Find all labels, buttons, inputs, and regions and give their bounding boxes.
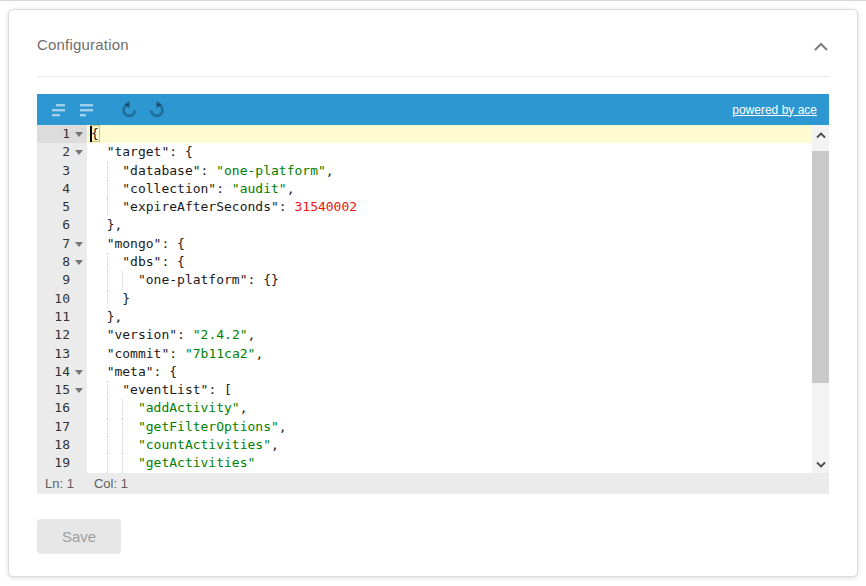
redo-icon[interactable] [143, 98, 171, 122]
line-number[interactable]: 14 [37, 363, 87, 381]
code-token: "audit" [232, 181, 287, 196]
code-line-content[interactable]: { [87, 125, 829, 143]
code-token: "meta" [107, 364, 154, 379]
indent-space [91, 162, 107, 180]
fold-arrow-icon[interactable] [75, 132, 83, 137]
code-line[interactable]: 6}, [37, 216, 829, 234]
code-token: "eventList" [122, 382, 208, 397]
code-line-content[interactable]: }, [87, 216, 829, 234]
indent-guide [107, 162, 123, 180]
code-line[interactable]: 10} [37, 290, 829, 308]
code-line-content[interactable]: "target": { [87, 143, 829, 161]
code-line[interactable]: 18"countActivities", [37, 436, 829, 454]
line-number[interactable]: 6 [37, 216, 87, 234]
json-code-editor[interactable]: 1{2"target": {3"database": "one-platform… [37, 125, 829, 473]
code-line-content[interactable]: "addActivity", [87, 399, 829, 417]
line-number[interactable]: 10 [37, 290, 87, 308]
code-line-content[interactable]: } [87, 290, 829, 308]
line-number[interactable]: 16 [37, 399, 87, 417]
line-number[interactable]: 18 [37, 436, 87, 454]
undo-icon[interactable] [115, 98, 143, 122]
code-line[interactable]: 12"version": "2.4.2", [37, 326, 829, 344]
line-number[interactable]: 5 [37, 198, 87, 216]
code-line[interactable]: 7"mongo": { [37, 235, 829, 253]
editor-scrollbar[interactable] [812, 125, 829, 473]
code-line-content[interactable]: "version": "2.4.2", [87, 326, 829, 344]
code-line[interactable]: 4"collection": "audit", [37, 180, 829, 198]
code-token: }, [107, 309, 123, 324]
code-token: "2.4.2" [193, 327, 248, 342]
code-token: "mongo" [107, 236, 162, 251]
fold-arrow-icon[interactable] [75, 370, 83, 375]
indent-space [91, 454, 107, 472]
code-line[interactable]: 3"database": "one-platform", [37, 162, 829, 180]
line-number[interactable]: 1 [37, 125, 87, 143]
line-number[interactable]: 12 [37, 326, 87, 344]
code-line-content[interactable]: "eventList": [ [87, 381, 829, 399]
code-token: { [91, 126, 99, 141]
code-line[interactable]: 2"target": { [37, 143, 829, 161]
code-line[interactable]: 19"getActivities" [37, 454, 829, 472]
code-line-content[interactable]: "database": "one-platform", [87, 162, 829, 180]
code-line[interactable]: 16"addActivity", [37, 399, 829, 417]
indent-guide [107, 271, 123, 289]
code-line-content[interactable]: "collection": "audit", [87, 180, 829, 198]
code-line-content[interactable]: "getActivities" [87, 454, 829, 472]
fold-arrow-icon[interactable] [75, 242, 83, 247]
line-number[interactable]: 11 [37, 308, 87, 326]
code-line[interactable]: 17"getFilterOptions", [37, 418, 829, 436]
scrollbar-thumb[interactable] [812, 151, 829, 383]
line-number[interactable]: 2 [37, 143, 87, 161]
card-header: Configuration [37, 10, 829, 53]
line-number[interactable]: 3 [37, 162, 87, 180]
compact-json-icon[interactable] [73, 98, 101, 122]
line-number[interactable]: 4 [37, 180, 87, 198]
chevron-up-icon[interactable] [813, 39, 829, 51]
powered-by-ace-link[interactable]: powered by ace [732, 103, 821, 117]
indent-guide [107, 180, 123, 198]
code-token: : { [161, 254, 184, 269]
indent-guide [107, 290, 123, 308]
code-token: "countActivities" [138, 437, 271, 452]
code-line-content[interactable]: "commit": "7b11ca2", [87, 345, 829, 363]
code-line-content[interactable]: "mongo": { [87, 235, 829, 253]
line-number[interactable]: 9 [37, 271, 87, 289]
line-number[interactable]: 13 [37, 345, 87, 363]
code-line-content[interactable]: "one-platform": {} [87, 271, 829, 289]
code-line[interactable]: 15"eventList": [ [37, 381, 829, 399]
code-line[interactable]: 9"one-platform": {} [37, 271, 829, 289]
fold-arrow-icon[interactable] [75, 150, 83, 155]
code-line-content[interactable]: "meta": { [87, 363, 829, 381]
code-line[interactable]: 13"commit": "7b11ca2", [37, 345, 829, 363]
fold-arrow-icon[interactable] [75, 388, 83, 393]
header-divider [37, 76, 829, 77]
code-line[interactable]: 14"meta": { [37, 363, 829, 381]
line-number[interactable]: 17 [37, 418, 87, 436]
code-token: } [122, 291, 130, 306]
format-json-icon[interactable] [45, 98, 73, 122]
code-line[interactable]: 11}, [37, 308, 829, 326]
scroll-up-icon[interactable] [812, 127, 829, 144]
indent-guide [107, 381, 123, 399]
indent-guide [107, 399, 123, 417]
line-number[interactable]: 19 [37, 454, 87, 472]
line-number[interactable]: 15 [37, 381, 87, 399]
line-number[interactable]: 8 [37, 253, 87, 271]
line-number[interactable]: 7 [37, 235, 87, 253]
code-line-content[interactable]: "countActivities", [87, 436, 829, 454]
code-line-content[interactable]: "dbs": { [87, 253, 829, 271]
code-line-content[interactable]: "getFilterOptions", [87, 418, 829, 436]
code-token: "dbs" [122, 254, 161, 269]
code-line-content[interactable]: "expireAfterSeconds": 31540002 [87, 198, 829, 216]
code-line[interactable]: 5"expireAfterSeconds": 31540002 [37, 198, 829, 216]
code-line[interactable]: 8"dbs": { [37, 253, 829, 271]
save-button[interactable]: Save [37, 519, 121, 554]
indent-guide [122, 454, 138, 472]
scroll-down-icon[interactable] [812, 456, 829, 473]
code-token: "collection" [122, 181, 216, 196]
text-cursor [90, 126, 92, 142]
code-line[interactable]: 1{ [37, 125, 829, 143]
fold-arrow-icon[interactable] [75, 260, 83, 265]
code-line-content[interactable]: }, [87, 308, 829, 326]
code-token: "expireAfterSeconds" [122, 199, 279, 214]
